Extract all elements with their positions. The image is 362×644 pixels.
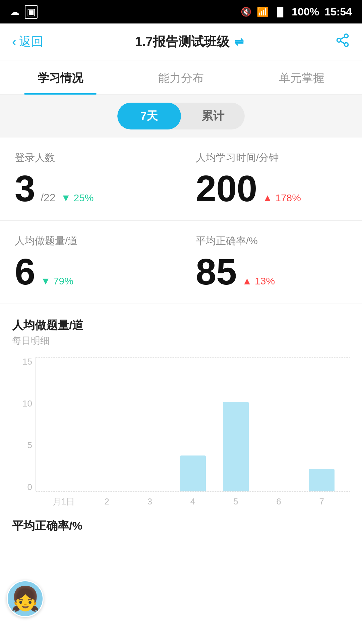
time-label: 15:54 [324, 6, 352, 18]
x-label-5: 5 [214, 496, 257, 507]
arrow-down-icon-2: ▼ [41, 275, 51, 287]
stat-login-sub: /22 [41, 192, 55, 204]
tab-unit[interactable]: 单元掌握 [241, 60, 362, 94]
bar-day3 [128, 357, 171, 491]
chart-plot [36, 357, 350, 491]
stat-time-label: 人均学习时间/分钟 [196, 151, 347, 165]
stat-login-count: 登录人数 3 /22 ▼ 25% [0, 138, 181, 221]
title-text: 1.7报告测试班级 [135, 33, 229, 50]
back-button[interactable]: ‹ 返回 [12, 34, 43, 50]
chart-y-labels: 15 10 5 0 [12, 357, 32, 491]
x-label-2: 2 [85, 496, 128, 507]
signal-icon: ▐▌ [274, 7, 286, 17]
stats-grid: 登录人数 3 /22 ▼ 25% 人均学习时间/分钟 200 ▲ 178% 人均… [0, 138, 362, 304]
chart-area: 15 10 5 0 [12, 357, 350, 512]
chart-title: 人均做题量/道 [12, 318, 350, 333]
stat-questions-label: 人均做题量/道 [15, 234, 166, 248]
x-label-4: 4 [171, 496, 214, 507]
toggle-cumulative[interactable]: 累计 [181, 103, 245, 129]
chart-section: 人均做题量/道 每日明细 15 10 5 0 [0, 304, 362, 512]
stat-login-label: 登录人数 [15, 151, 166, 165]
y-label-10: 10 [22, 399, 32, 408]
mute-icon: 🔇 [241, 7, 251, 17]
toggle-7days[interactable]: 7天 [117, 103, 181, 129]
period-toggle-section: 7天 累计 [0, 95, 362, 138]
stat-login-value-row: 3 /22 ▼ 25% [15, 170, 166, 207]
tab-bar: 学习情况 能力分布 单元掌握 [0, 60, 362, 95]
stat-time-number: 200 [196, 170, 257, 207]
x-label-6: 6 [257, 496, 300, 507]
stat-time-value-row: 200 ▲ 178% [196, 170, 347, 207]
header: ‹ 返回 1.7报告测试班级 ⇌ [0, 23, 362, 60]
stat-accuracy-number: 85 [196, 253, 237, 290]
stat-questions-pct: 79% [53, 275, 73, 287]
stat-time-change: ▲ 178% [263, 192, 301, 204]
wifi-icon: 📶 [257, 6, 268, 17]
bar-day4-rect [180, 455, 206, 491]
bar-day4 [171, 357, 214, 491]
share-icon[interactable] [335, 33, 350, 51]
stat-accuracy-pct: 13% [255, 275, 275, 287]
stat-time-pct: 178% [275, 192, 301, 204]
header-title: 1.7报告测试班级 ⇌ [135, 33, 244, 50]
period-toggle: 7天 累计 [117, 103, 245, 129]
svg-line-4 [341, 37, 345, 39]
y-label-5: 5 [27, 441, 32, 449]
bar-day2 [85, 357, 128, 491]
bar-day7 [300, 357, 343, 491]
stat-accuracy: 平均正确率/% 85 ▲ 13% [181, 221, 362, 304]
y-label-15: 15 [22, 357, 32, 366]
x-label-7: 7 [300, 496, 343, 507]
status-right: 🔇 📶 ▐▌ 100% 15:54 [241, 6, 352, 18]
svg-line-3 [341, 41, 345, 44]
tab-study[interactable]: 学习情况 [0, 60, 121, 94]
shuffle-icon[interactable]: ⇌ [235, 36, 244, 48]
arrow-up-icon: ▲ [263, 192, 273, 204]
avatar[interactable]: 👧 [7, 580, 44, 617]
stat-questions: 人均做题量/道 6 ▼ 79% [0, 221, 181, 304]
stat-login-number: 3 [15, 170, 35, 207]
chart-subtitle: 每日明细 [12, 334, 350, 347]
bar-day6 [257, 357, 300, 491]
back-chevron-icon: ‹ [12, 34, 16, 49]
avatar-emoji: 👧 [11, 585, 40, 612]
stat-accuracy-value-row: 85 ▲ 13% [196, 253, 347, 290]
stat-questions-change: ▼ 79% [41, 275, 73, 287]
back-label: 返回 [19, 34, 43, 50]
cloud-icon: ☁ [10, 6, 19, 17]
x-label-1: 月1日 [42, 496, 85, 507]
bar-day5 [215, 357, 257, 491]
bar-day7-rect [309, 469, 335, 491]
y-label-0: 0 [27, 483, 32, 491]
bar-day5-rect [223, 402, 249, 491]
status-left: ☁ ▣ [10, 5, 38, 19]
bars-container [36, 357, 350, 491]
status-bar: ☁ ▣ 🔇 📶 ▐▌ 100% 15:54 [0, 0, 362, 23]
stat-login-pct: 25% [73, 192, 94, 204]
stat-questions-value-row: 6 ▼ 79% [15, 253, 166, 290]
stat-questions-number: 6 [15, 253, 35, 290]
chart-x-labels: 月1日 2 3 4 5 6 7 [36, 491, 350, 512]
stat-login-change: ▼ 25% [61, 192, 94, 204]
bar-day1 [43, 357, 85, 491]
tab-ability[interactable]: 能力分布 [121, 60, 241, 94]
arrow-up-icon-2: ▲ [242, 275, 252, 287]
x-label-3: 3 [128, 496, 171, 507]
arrow-down-icon: ▼ [61, 192, 71, 204]
stat-accuracy-change: ▲ 13% [242, 275, 275, 287]
bottom-chart-label: 平均正确率/% [0, 512, 362, 540]
stat-study-time: 人均学习时间/分钟 200 ▲ 178% [181, 138, 362, 221]
battery-label: 100% [292, 6, 319, 18]
stat-accuracy-label: 平均正确率/% [196, 234, 347, 248]
image-icon: ▣ [25, 5, 38, 19]
